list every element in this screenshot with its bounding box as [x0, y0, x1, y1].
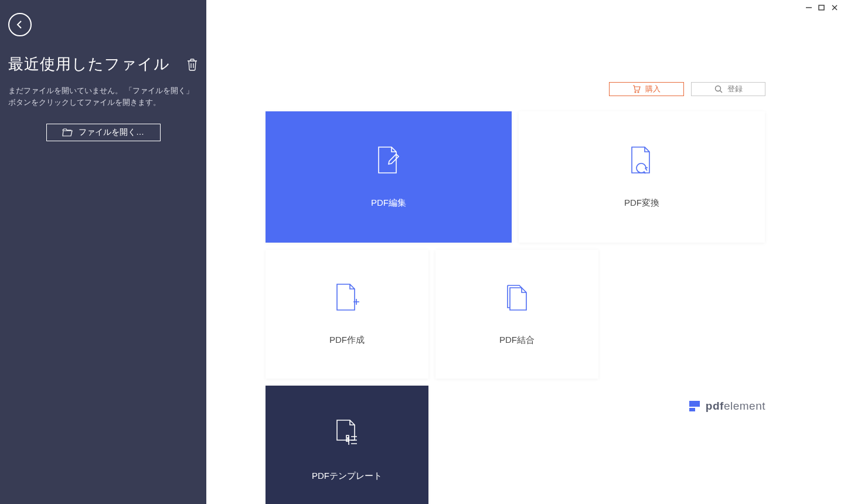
file-stack-icon — [503, 283, 531, 312]
svg-point-3 — [715, 86, 720, 91]
svg-rect-6 — [689, 401, 700, 407]
search-icon — [714, 85, 723, 93]
file-edit-icon — [375, 146, 402, 175]
buy-label: 購入 — [645, 84, 661, 94]
tile-label: PDF編集 — [371, 197, 406, 209]
sidebar-header: 最近使用したファイル — [8, 54, 198, 74]
pdf-combine-tile[interactable]: PDF結合 — [435, 250, 598, 379]
main-panel: 購入 登録 PDF編集 PDF変換 PDF作成 PDF結合 PDFテンプレート — [206, 0, 844, 504]
folder-open-icon — [62, 128, 73, 137]
empty-message: まだファイルを開いていません。 「ファイルを開く」ボタンをクリックしてファイルを… — [8, 85, 198, 108]
minimize-button[interactable] — [803, 2, 815, 13]
tile-label: PDFテンプレート — [312, 471, 382, 482]
pdf-convert-tile[interactable]: PDF変換 — [519, 111, 765, 243]
open-file-button[interactable]: ファイルを開く… — [46, 124, 161, 141]
chevron-left-icon — [16, 19, 24, 30]
buy-button[interactable]: 購入 — [609, 82, 684, 96]
sidebar-title: 最近使用したファイル — [8, 54, 186, 74]
minimize-icon — [805, 4, 812, 11]
topbar: 購入 登録 — [609, 82, 765, 96]
file-plus-icon — [333, 283, 360, 312]
register-label: 登録 — [727, 84, 743, 94]
file-convert-icon — [628, 146, 655, 175]
sidebar: 最近使用したファイル まだファイルを開いていません。 「ファイルを開く」ボタンを… — [0, 0, 206, 504]
maximize-icon — [818, 4, 825, 11]
maximize-button[interactable] — [816, 2, 828, 13]
brand-text: pdfelement — [706, 400, 765, 413]
close-button[interactable] — [829, 2, 840, 13]
svg-rect-4 — [346, 435, 349, 438]
open-file-label: ファイルを開く… — [79, 127, 144, 138]
brand-icon — [689, 401, 700, 411]
tile-grid: PDF編集 PDF変換 PDF作成 PDF結合 PDFテンプレート — [266, 111, 765, 504]
pdf-template-tile[interactable]: PDFテンプレート — [266, 386, 428, 504]
tile-label: PDF結合 — [499, 335, 535, 346]
register-button[interactable]: 登録 — [691, 82, 765, 96]
cart-icon — [632, 85, 641, 93]
tile-label: PDF変換 — [624, 197, 659, 209]
brand-logo: pdfelement — [689, 400, 765, 413]
close-icon — [831, 4, 838, 11]
pdf-create-tile[interactable]: PDF作成 — [266, 250, 428, 379]
pdf-edit-tile[interactable]: PDF編集 — [266, 111, 512, 243]
file-template-icon — [333, 419, 360, 448]
svg-point-2 — [638, 91, 639, 93]
tile-label: PDF作成 — [329, 335, 365, 346]
back-button[interactable] — [8, 13, 32, 36]
svg-point-1 — [635, 91, 636, 93]
window-controls — [803, 2, 840, 13]
svg-rect-0 — [819, 5, 824, 10]
svg-rect-7 — [689, 408, 695, 411]
trash-icon[interactable] — [186, 58, 198, 71]
